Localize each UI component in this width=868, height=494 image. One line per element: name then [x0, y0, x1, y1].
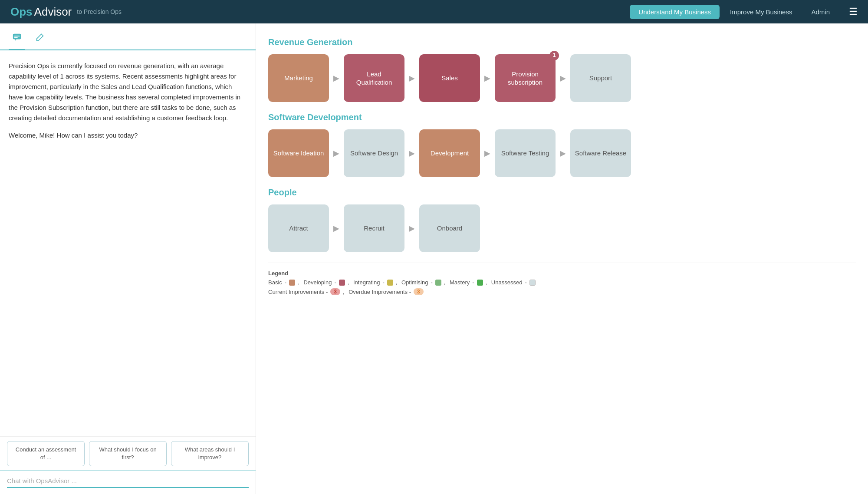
- arrow-icon-4: ▶: [560, 73, 566, 83]
- card-lead-qualification[interactable]: Lead Qualification: [344, 54, 404, 102]
- legend-optimising-dot: [435, 280, 441, 286]
- legend-mastery-dot: [477, 280, 483, 286]
- left-panel: Precision Ops is currently focused on re…: [0, 23, 256, 494]
- right-panel: Revenue Generation Marketing ▶ Lead Qual…: [256, 23, 868, 494]
- section-revenue: Revenue Generation Marketing ▶ Lead Qual…: [268, 37, 856, 102]
- legend-counts-row: Current Improvements - 3 , Overdue Impro…: [268, 288, 856, 295]
- software-cards-row: Software Ideation ▶ Software Design ▶ De…: [268, 129, 856, 177]
- revenue-cards-row: Marketing ▶ Lead Qualification ▶ Sales ▶…: [268, 54, 856, 102]
- legend-sep-2: ,: [348, 279, 351, 286]
- header: Ops Advisor to Precision Ops Understand …: [0, 0, 868, 23]
- section-title-revenue: Revenue Generation: [268, 37, 856, 47]
- card-sw-testing[interactable]: Software Testing: [495, 129, 556, 177]
- legend-optimising-label: Optimising: [401, 279, 428, 286]
- card-recruit[interactable]: Recruit: [344, 204, 404, 252]
- legend-unassessed-label: Unassessed: [491, 279, 523, 286]
- chat-tabs: [0, 23, 256, 50]
- svg-marker-1: [15, 40, 16, 41]
- legend-basic-sep: -: [285, 279, 286, 286]
- chat-content: Precision Ops is currently focused on re…: [0, 50, 256, 436]
- legend-sep-4: ,: [444, 279, 447, 286]
- chat-para-1: Precision Ops is currently focused on re…: [9, 61, 247, 123]
- svg-rect-3: [14, 37, 18, 38]
- legend-integrating-sep: -: [382, 279, 384, 286]
- arrow-icon-7: ▶: [484, 148, 490, 158]
- card-sales[interactable]: Sales: [419, 54, 480, 102]
- arrow-icon-9: ▶: [333, 224, 339, 233]
- legend-sep-1: ,: [298, 279, 301, 286]
- chat-input[interactable]: [7, 474, 249, 488]
- suggestion-1[interactable]: Conduct an assessment of ...: [7, 441, 85, 466]
- current-improvements-label: Current Improvements -: [268, 289, 328, 295]
- suggestion-3[interactable]: What areas should I improve?: [171, 441, 249, 466]
- card-marketing[interactable]: Marketing: [268, 54, 329, 102]
- card-sw-design[interactable]: Software Design: [344, 129, 404, 177]
- arrow-icon-10: ▶: [409, 224, 415, 233]
- legend-sep-5: ,: [486, 279, 489, 286]
- card-provision[interactable]: 1 Provision subscription: [495, 54, 556, 102]
- main-container: Precision Ops is currently focused on re…: [0, 23, 868, 494]
- overdue-improvements-label: Overdue Improvements -: [349, 289, 411, 295]
- arrow-icon-1: ▶: [333, 73, 339, 83]
- arrow-icon-3: ▶: [484, 73, 490, 83]
- card-sw-ideation[interactable]: Software Ideation: [268, 129, 329, 177]
- legend-unassessed-sep: -: [525, 279, 526, 286]
- legend-integrating-label: Integrating: [353, 279, 380, 286]
- nav-understand[interactable]: Understand My Business: [630, 5, 720, 19]
- card-onboard[interactable]: Onboard: [419, 204, 480, 252]
- legend-unassessed-dot: [529, 280, 536, 286]
- legend: Legend Basic - , Developing - , Integrat…: [268, 263, 856, 295]
- legend-title: Legend: [268, 270, 288, 277]
- provision-badge: 1: [549, 51, 559, 60]
- arrow-icon-6: ▶: [409, 148, 415, 158]
- section-title-software: Software Development: [268, 112, 856, 122]
- hamburger-menu[interactable]: ☰: [849, 6, 858, 17]
- card-sw-release[interactable]: Software Release: [570, 129, 631, 177]
- nav-admin[interactable]: Admin: [802, 5, 838, 19]
- arrow-icon-8: ▶: [560, 148, 566, 158]
- nav-improve[interactable]: Improve My Business: [721, 5, 801, 19]
- card-attract[interactable]: Attract: [268, 204, 329, 252]
- section-title-people: People: [268, 188, 856, 198]
- legend-developing-sep: -: [334, 279, 336, 286]
- logo-ops: Ops: [10, 5, 33, 19]
- chat-input-container: [0, 471, 256, 494]
- suggestion-2[interactable]: What should I focus on first?: [89, 441, 167, 466]
- legend-mastery-label: Mastery: [450, 279, 470, 286]
- chat-suggestions: Conduct an assessment of ... What should…: [0, 436, 256, 471]
- legend-title-row: Legend: [268, 270, 856, 277]
- overdue-improvements-count: 3: [414, 288, 424, 295]
- legend-mastery-sep: -: [472, 279, 474, 286]
- legend-basic-dot: [289, 280, 295, 286]
- legend-items-row: Basic - , Developing - , Integrating - ,…: [268, 279, 856, 286]
- legend-developing-dot: [339, 280, 345, 286]
- legend-comma: ,: [343, 289, 346, 295]
- legend-developing-label: Developing: [303, 279, 332, 286]
- section-people: People Attract ▶ Recruit ▶ Onboard: [268, 188, 856, 252]
- chat-tab-edit[interactable]: [32, 30, 48, 49]
- logo: Ops Advisor to Precision Ops: [10, 5, 122, 19]
- legend-optimising-sep: -: [431, 279, 432, 286]
- people-cards-row: Attract ▶ Recruit ▶ Onboard: [268, 204, 856, 252]
- legend-sep-3: ,: [396, 279, 399, 286]
- card-support[interactable]: Support: [570, 54, 631, 102]
- section-software: Software Development Software Ideation ▶…: [268, 112, 856, 177]
- chat-tab-messages[interactable]: [9, 29, 25, 50]
- arrow-icon-5: ▶: [333, 148, 339, 158]
- logo-advisor: Advisor: [34, 5, 72, 19]
- svg-rect-2: [14, 36, 20, 36]
- card-sw-development[interactable]: Development: [419, 129, 480, 177]
- main-nav: Understand My Business Improve My Busine…: [630, 5, 858, 19]
- current-improvements-count: 3: [330, 288, 340, 295]
- logo-subtitle: to Precision Ops: [77, 8, 122, 15]
- arrow-icon-2: ▶: [409, 73, 415, 83]
- chat-para-2: Welcome, Mike! How can I assist you toda…: [9, 130, 247, 141]
- legend-integrating-dot: [387, 280, 393, 286]
- legend-basic-label: Basic: [268, 279, 282, 286]
